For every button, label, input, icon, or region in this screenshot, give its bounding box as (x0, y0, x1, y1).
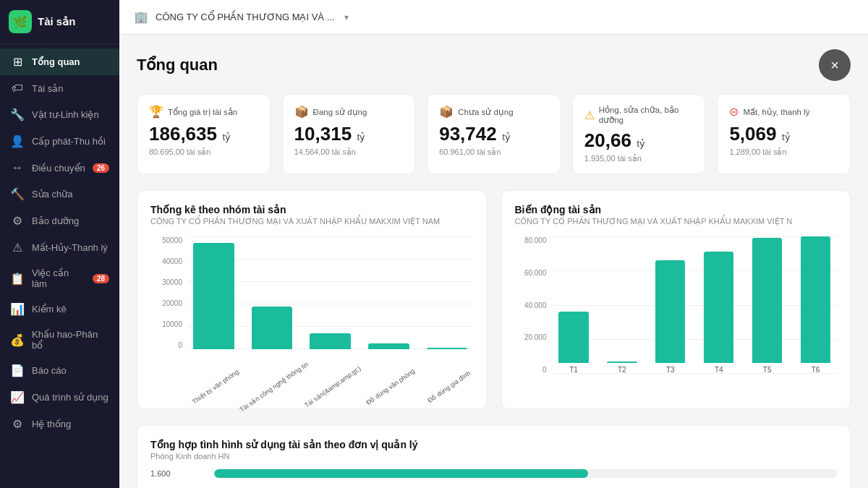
stat-number-chua-su-dung: 93,742 (439, 123, 497, 145)
stat-sub-hong-sua: 1.935,00 tài sản (584, 154, 694, 163)
biendong-sub: CÔNG TY CỔ PHẦN THƯƠNG MẠI VÀ XUẤT NHẬP … (515, 217, 838, 226)
bd-y-label: 80.000 (515, 236, 547, 244)
app-logo: 🌿 (9, 10, 32, 33)
bar-1 (252, 307, 293, 349)
stat-label-text-tong-gia-tri: Tổng giá trị tài sản (168, 107, 237, 117)
sidebar-item-label-bao-duong: Bảo dưỡng (32, 215, 79, 226)
bd-y-label: 40.000 (515, 301, 547, 309)
bd-bar-label-4: T5 (763, 366, 772, 374)
stat-card-chua-su-dung: 📦 Chưa sử dụng 93,742 tỷ 60.961,00 tài s… (427, 94, 561, 174)
stat-label-dang-su-dung: 📦 Đang sử dụng (294, 105, 404, 119)
kiem-ke-icon: 📊 (10, 302, 25, 316)
close-button[interactable]: × (819, 49, 851, 81)
sidebar-item-sua-chua[interactable]: 🔨 Sửa chữa (0, 181, 119, 207)
sidebar-item-viec-can-lam[interactable]: 📋 Việc cần làm 28 (0, 261, 119, 296)
sidebar-item-tong-quan[interactable]: ⊞ Tổng quan (0, 48, 119, 75)
bd-bar-0 (558, 312, 588, 363)
biendong-chart-inner: 020.00040.00060.00080.000T1T2T3T4T5T6 (515, 236, 838, 395)
bd-y-label: 0 (515, 366, 547, 374)
stat-unit-mat-huy: tỷ (782, 132, 791, 142)
sidebar-item-label-sua-chua: Sửa chữa (32, 189, 72, 200)
sidebar-item-label-mat-huy: Mất-Hủy-Thanh lý (32, 242, 108, 253)
charts-row: Thống kê theo nhóm tài sản CÔNG TY CỔ PH… (137, 190, 851, 409)
thongke-bars-wrapper: Thiết bị văn phòngTài sản công nghệ thôn… (188, 236, 473, 349)
stat-value-chua-su-dung: 93,742 tỷ (439, 123, 548, 145)
stat-label-text-mat-huy: Mất, hủy, thanh lý (743, 107, 809, 117)
chevron-down-icon[interactable]: ▾ (344, 12, 349, 22)
bd-bar-label-1: T2 (618, 366, 626, 374)
stat-unit-chua-su-dung: tỷ (502, 132, 511, 142)
badge-viec-can-lam: 28 (93, 274, 109, 283)
bd-bar-group-1: T2 (600, 236, 643, 374)
sidebar-item-label-vat-tu: Vật tư-Linh kiện (32, 109, 99, 120)
sidebar-item-khau-hao[interactable]: 💰 Khấu hao-Phân bổ (0, 322, 119, 357)
sidebar-item-dieu-chuyen[interactable]: ↔ Điều chuyển 26 (0, 155, 119, 181)
sidebar-item-label-khau-hao: Khấu hao-Phân bổ (32, 329, 109, 351)
summary-mini-bar-bg (214, 469, 837, 478)
bao-duong-icon: ⚙ (10, 214, 25, 228)
stat-label-hong-sua: ⚠ Hỏng, sửa chữa, bảo dưỡng (584, 105, 694, 125)
stat-label-chua-su-dung: 📦 Chưa sử dụng (439, 105, 548, 119)
biendong-bars-wrapper: T1T2T3T4T5T6 (553, 236, 838, 374)
sidebar-item-label-kiem-ke: Kiểm kê (32, 304, 67, 314)
sidebar-item-label-tai-san: Tài sản (32, 83, 63, 94)
company-name: CÔNG TY CỔ PHẦN THƯƠNG MẠI VÀ ... (156, 12, 334, 22)
thongke-sub: CÔNG TY CỔ PHẦN THƯƠNG MẠI VÀ XUẤT NHẬP … (150, 217, 473, 226)
y-label: 30000 (150, 278, 182, 286)
dieu-chuyen-icon: ↔ (10, 161, 25, 174)
bd-bar-label-3: T4 (715, 366, 723, 374)
summary-sub: Phòng Kinh doanh HN (150, 452, 837, 461)
stat-number-hong-sua: 20,66 (584, 129, 631, 151)
stat-icon-dang-su-dung: 📦 (294, 105, 309, 119)
stat-icon-hong-sua: ⚠ (584, 108, 595, 122)
stat-unit-dang-su-dung: tỷ (357, 132, 366, 142)
sidebar-item-cap-phat[interactable]: 👤 Cấp phát-Thu hồi (0, 128, 119, 155)
bar-label-0: Thiết bị văn phòng (191, 368, 240, 406)
stat-value-tong-gia-tri: 186,635 tỷ (149, 123, 258, 145)
bd-bar-2 (655, 260, 685, 364)
badge-dieu-chuyen: 26 (93, 163, 109, 173)
stat-unit-hong-sua: tỷ (637, 138, 645, 149)
bar-label-4: Đồ dùng gia đình (427, 369, 472, 404)
sidebar-item-tai-san[interactable]: 🏷 Tài sản (0, 75, 119, 101)
sua-chua-icon: 🔨 (10, 187, 25, 201)
biendong-title: Biến động tài sản (515, 204, 838, 215)
stat-unit-tong-gia-tri: tỷ (222, 132, 231, 142)
stat-label-tong-gia-tri: 🏆 Tổng giá trị tài sản (149, 105, 258, 119)
thongke-y-axis: 01000020000300004000050000 (150, 236, 185, 349)
sidebar-item-label-bao-cao: Báo cáo (32, 365, 67, 376)
stat-label-text-dang-su-dung: Đang sử dụng (313, 107, 367, 117)
stat-card-dang-su-dung: 📦 Đang sử dụng 10,315 tỷ 14.564,00 tài s… (282, 94, 416, 174)
sidebar-item-bao-cao[interactable]: 📄 Báo cáo (0, 357, 119, 384)
stat-icon-mat-huy: ⊝ (729, 105, 739, 119)
sidebar-item-qua-trinh[interactable]: 📈 Quá trình sử dụng (0, 384, 119, 411)
main-content: Tổng quan × 🏆 Tổng giá trị tài sản 186,6… (119, 35, 868, 488)
main-area: 🏢 CÔNG TY CỔ PHẦN THƯƠNG MẠI VÀ ... ▾ Tổ… (119, 0, 868, 488)
bar-group-0: Thiết bị văn phòng (188, 236, 239, 349)
bar-0 (193, 243, 234, 349)
stat-label-mat-huy: ⊝ Mất, hủy, thanh lý (729, 105, 838, 119)
khau-hao-icon: 💰 (10, 333, 25, 347)
stat-value-hong-sua: 20,66 tỷ (584, 129, 694, 152)
sidebar-item-kiem-ke[interactable]: 📊 Kiểm kê (0, 296, 119, 322)
sidebar-item-label-tong-quan: Tổng quan (32, 56, 80, 67)
bd-bar-group-0: T1 (553, 236, 595, 374)
page-title: Tổng quan (137, 56, 218, 74)
biendong-chart-card: Biến động tài sản CÔNG TY CỔ PHẦN THƯƠNG… (501, 190, 851, 409)
bar-2 (310, 333, 351, 349)
y-label: 40000 (150, 257, 182, 265)
sidebar-item-mat-huy[interactable]: ⚠ Mất-Hủy-Thanh lý (0, 234, 119, 261)
bao-cao-icon: 📄 (10, 364, 25, 377)
bar-group-1: Tài sản công nghệ thông tin (247, 236, 298, 349)
bd-bar-group-5: T6 (794, 236, 837, 374)
sidebar-item-vat-tu[interactable]: 🔧 Vật tư-Linh kiện (0, 101, 119, 128)
bd-y-label: 20.000 (515, 333, 547, 341)
stat-icon-tong-gia-tri: 🏆 (149, 105, 163, 119)
sidebar-item-he-thong[interactable]: ⚙ Hệ thống (0, 411, 119, 437)
tong-quan-icon: ⊞ (10, 55, 25, 69)
stat-sub-mat-huy: 1.289,00 tài sản (729, 147, 838, 157)
y-label: 20000 (150, 299, 182, 307)
sidebar-item-bao-duong[interactable]: ⚙ Bảo dưỡng (0, 207, 119, 234)
summary-title: Tổng hợp tình hình sử dụng tài sản theo … (150, 439, 837, 450)
bar-label-3: Đồ dùng văn phòng (365, 367, 417, 406)
